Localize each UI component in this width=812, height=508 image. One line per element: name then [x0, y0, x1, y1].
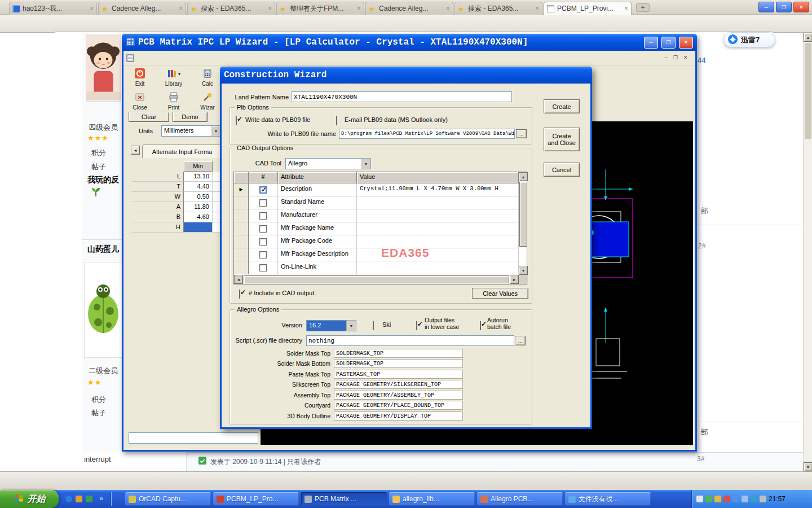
toolbar-close-button[interactable]: Close	[126, 90, 153, 112]
grid-scroll-right-icon[interactable]	[510, 275, 519, 284]
tab-close-icon[interactable]	[357, 5, 361, 12]
version-combo[interactable]: 16.2	[306, 320, 356, 331]
units-combo[interactable]: Millimeters	[161, 125, 221, 137]
toolbar-calc-button[interactable]: Calc	[194, 67, 221, 88]
attribute-value[interactable]	[357, 261, 519, 274]
tab-close-icon[interactable]	[446, 5, 450, 12]
tray-antivirus-icon[interactable]	[705, 496, 712, 502]
clear-button[interactable]: Clear	[129, 112, 169, 122]
quicklaunch-desktop-icon[interactable]	[86, 496, 92, 502]
row-value[interactable]: 11.80	[184, 202, 213, 212]
grid-hscroll-thumb[interactable]	[244, 275, 509, 283]
create-button[interactable]: Create	[544, 99, 580, 113]
browser-tab-search-2[interactable]: 搜索 - EDA365...	[454, 2, 542, 15]
grid-scroll-up-icon[interactable]	[519, 172, 528, 181]
browser-tab-cadence-2[interactable]: Cadence Alleg...	[365, 2, 453, 15]
new-tab-button[interactable]	[636, 3, 650, 12]
toolbar-exit-button[interactable]: Exit	[126, 67, 153, 88]
grid-row-mfr-package-description[interactable]: Mfr Package Description	[234, 248, 527, 261]
browser-maximize-button[interactable]	[776, 2, 792, 12]
attribute-value[interactable]	[357, 222, 519, 235]
task-allegro-lib-folder[interactable]: allegro_lib...	[389, 492, 475, 506]
script-browse-button[interactable]: ...	[515, 336, 526, 345]
grid-scroll-left-icon[interactable]	[234, 275, 243, 284]
field-value[interactable]: PASTEMASK_TOP	[334, 370, 463, 379]
scrollbar-up-icon[interactable]	[804, 33, 812, 42]
browser-tab-fpm[interactable]: 整理有关于FPM...	[276, 2, 364, 15]
mdi-close-icon[interactable]	[683, 55, 688, 60]
grid-row-manufacturer[interactable]: Manufacturer	[234, 209, 527, 222]
app-maximize-button[interactable]	[661, 37, 676, 49]
quicklaunch-browser-icon[interactable]	[65, 496, 72, 502]
lowercase-checkbox[interactable]	[416, 321, 417, 330]
include-checkbox[interactable]	[259, 238, 267, 246]
tab-scroll-left-button[interactable]	[131, 146, 140, 155]
create-and-close-button[interactable]: Create and Close	[544, 128, 580, 151]
attribute-name[interactable]: Manufacturer	[278, 209, 357, 222]
demo-button[interactable]: Demo	[173, 112, 208, 122]
attribute-name[interactable]: Mfr Package Code	[278, 235, 357, 248]
row-value[interactable]: 4.60	[184, 212, 213, 222]
field-value[interactable]: SOLDERMASK_TOP	[334, 359, 463, 368]
include-checkbox[interactable]	[259, 264, 267, 271]
row-value[interactable]: 0.50	[184, 192, 213, 202]
post-number-3[interactable]: 3#	[697, 455, 704, 463]
tab-close-icon[interactable]	[90, 5, 94, 12]
attribute-value[interactable]	[357, 196, 519, 209]
tray-update-icon[interactable]	[714, 496, 721, 502]
grid-scroll-down-icon[interactable]	[519, 266, 528, 275]
ski-checkbox[interactable]	[373, 321, 374, 330]
field-value[interactable]: PACKAGE GEOMETRY/PLACE_BOUND_TOP	[334, 401, 463, 410]
plb09-filename-field[interactable]: D:\program files\PCB Matrix\LP Software …	[339, 129, 515, 139]
tray-clock[interactable]: 21:57	[769, 495, 785, 503]
attribute-value[interactable]: Crystal;11.90mm L X 4.70mm W X 3.00mm H	[357, 183, 519, 196]
script-directory-field[interactable]: nothing	[306, 335, 514, 346]
grid-vscroll-thumb[interactable]	[519, 182, 527, 247]
row-value[interactable]: 4.40	[184, 182, 213, 192]
toolbar-print-button[interactable]: Print	[156, 90, 192, 112]
land-pattern-name-field[interactable]: XTAL1190X470X300N	[292, 91, 512, 102]
chevron-down-icon[interactable]	[346, 321, 356, 331]
quicklaunch-media-icon[interactable]	[76, 496, 82, 502]
include-checkbox[interactable]	[259, 212, 267, 220]
avatar-member2[interactable]	[84, 262, 122, 358]
tray-battery-icon[interactable]	[760, 496, 766, 502]
attribute-name[interactable]: Description	[278, 183, 357, 196]
write-plb09-checkbox[interactable]	[236, 116, 237, 125]
autorun-checkbox[interactable]	[480, 321, 481, 330]
tray-download-icon[interactable]	[751, 496, 757, 502]
tab-close-icon[interactable]	[624, 5, 628, 12]
include-checkbox[interactable]	[259, 199, 267, 207]
toolbar-library-button[interactable]: Library	[156, 67, 192, 88]
attribute-name[interactable]: Standard Name	[278, 196, 357, 209]
cad-tool-combo[interactable]: Allegro	[285, 158, 371, 169]
attribute-name[interactable]: Mfr Package Description	[278, 248, 357, 261]
status-field[interactable]	[129, 432, 258, 444]
browser-tab-cadence-1[interactable]: Cadence Alleg...	[98, 2, 186, 15]
page-scrollbar[interactable]	[803, 33, 812, 471]
browser-close-button[interactable]	[793, 2, 809, 12]
start-button[interactable]: 开始	[0, 490, 59, 508]
attribute-name[interactable]: Mfr Package Name	[278, 222, 357, 235]
app-title-bar[interactable]: PCB Matrix IPC LP Wizard - [LP Calculato…	[122, 34, 697, 51]
member2-username[interactable]: 山药蛋儿	[87, 244, 119, 255]
row-value-selected[interactable]	[184, 222, 213, 233]
app-minimize-button[interactable]	[644, 37, 658, 49]
tray-network-icon[interactable]	[732, 496, 739, 502]
browser-tab-hao123[interactable]: hao123--我...	[9, 2, 97, 15]
fragment-count-link[interactable]: 44	[698, 56, 705, 64]
chevron-down-icon[interactable]	[211, 126, 220, 136]
avatar-member1[interactable]	[86, 34, 121, 102]
grid-row-standard-name[interactable]: Standard Name	[234, 196, 527, 209]
task-pcb-matrix-active[interactable]: PCB Matrix ...	[301, 492, 387, 506]
app-close-button[interactable]	[679, 37, 693, 49]
row-value[interactable]: 13.10	[184, 172, 213, 182]
scrollbar-thumb[interactable]	[805, 43, 811, 139]
field-value[interactable]: PACKAGE GEOMETRY/DISPLAY_TOP	[334, 411, 463, 421]
task-allegro-pcb[interactable]: Allegro PCB...	[477, 492, 563, 506]
tab-close-icon[interactable]	[535, 5, 539, 12]
tab-close-icon[interactable]	[179, 5, 183, 12]
xunlei-widget[interactable]: 迅雷7	[723, 32, 775, 47]
mdi-restore-icon[interactable]	[673, 55, 678, 60]
field-value[interactable]: PACKAGE GEOMETRY/ASSEMBLY_TOP	[334, 391, 463, 400]
